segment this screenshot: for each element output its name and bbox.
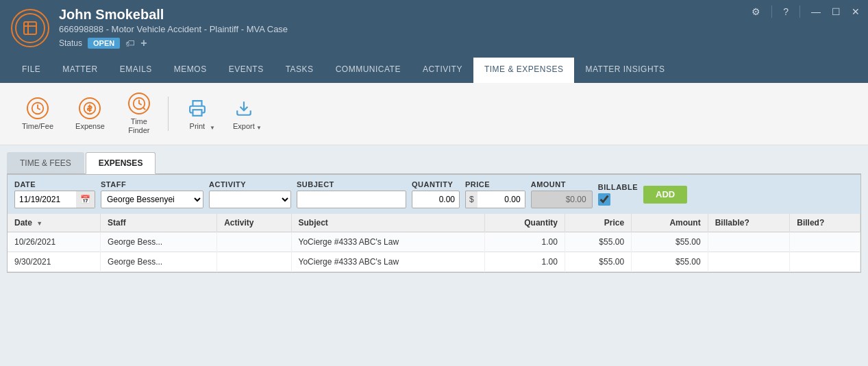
activity-select[interactable] [209,191,291,208]
cell-quantity-1: 1.00 [484,232,565,252]
table-header-row: Date ▼ Staff Activity Subject Quantity P… [8,214,860,232]
divider2 [799,5,800,18]
print-icon [186,97,208,119]
tab-events[interactable]: EVENTS [218,58,275,83]
tab-emails[interactable]: EMAILS [109,58,163,83]
logo-circle [11,9,49,47]
date-label: DATE [14,180,95,188]
tab-memos[interactable]: MEMOS [163,58,218,83]
subtab-time-fees[interactable]: TIME & FEES [7,152,84,173]
status-badge: OPEN [88,38,120,49]
cell-staff-2: George Bess... [101,252,217,272]
cell-staff-1: George Bess... [101,232,217,252]
svg-rect-0 [24,22,36,34]
toolbar: Time/Fee Expense TimeFinder [0,83,868,145]
table-body: 10/26/2021 George Bess... YoCierge #4333… [8,232,860,272]
export-button[interactable]: Export ▼ [223,93,264,135]
billable-checkbox[interactable] [598,193,610,206]
export-arrow-icon: ▼ [256,125,262,131]
activity-group: ACTIVITY [209,180,291,208]
table-row[interactable]: 10/26/2021 George Bess... YoCierge #4333… [8,232,860,252]
col-header-billable: Billable? [708,214,790,232]
client-name: John Smokeball [59,7,288,23]
cell-billable-1 [708,232,790,252]
logo-inner [15,13,45,43]
tab-communicate[interactable]: COMMUNICATE [325,58,412,83]
col-header-date: Date ▼ [8,214,101,232]
matter-subtitle: 666998888 - Motor Vehicle Accident - Pla… [59,24,288,34]
tab-matter-insights[interactable]: MATTER INSIGHTS [574,58,675,83]
tab-time-expenses[interactable]: TIME & EXPENSES [473,58,575,83]
time-finder-button[interactable]: TimeFinder [119,88,160,139]
date-group: DATE 📅 [14,180,95,208]
content-wrapper: TIME & FEES EXPENSES DATE 📅 STAFF George… [0,145,868,366]
col-header-staff: Staff [101,214,217,232]
dollar-icon [79,97,101,119]
table-container: DATE 📅 STAFF George Bessenyei ACTIVITY [7,174,861,273]
quantity-group: QUANTITY [412,180,460,208]
calendar-button[interactable]: 📅 [76,191,95,208]
subject-label: SUBJECT [297,180,406,188]
amount-label: AMOUNT [531,180,593,188]
subject-input[interactable] [297,191,406,208]
staff-label: STAFF [101,180,203,188]
subtab-expenses[interactable]: EXPENSES [86,152,156,174]
price-group: PRICE $ [465,180,525,208]
cell-activity-2 [217,252,291,272]
cell-amount-1: $55.00 [632,232,708,252]
date-sort-icon[interactable]: ▼ [36,220,42,227]
time-fee-button[interactable]: Time/Fee [14,93,62,135]
time-finder-icon [128,93,150,114]
header-top: John Smokeball 666998888 - Motor Vehicle… [11,7,857,55]
date-input[interactable] [14,191,76,208]
nav-tabs: FILE MATTER EMAILS MEMOS EVENTS TASKS CO… [11,58,857,83]
add-tag-icon[interactable]: + [140,37,147,49]
expense-button[interactable]: Expense [67,93,113,135]
col-header-activity: Activity [217,214,291,232]
time-fee-label: Time/Fee [22,122,53,131]
close-icon[interactable]: ✕ [852,6,860,17]
billable-group: BILLABLE [598,183,638,206]
settings-icon[interactable]: ⚙ [752,6,760,17]
tab-matter[interactable]: MATTER [51,58,108,83]
svg-rect-8 [193,110,201,116]
staff-select[interactable]: George Bessenyei [101,191,203,208]
status-label: Status [59,38,82,48]
cell-billed-2 [790,252,860,272]
staff-group: STAFF George Bessenyei [101,180,203,208]
expense-label: Expense [75,122,105,131]
cell-activity-1 [217,232,291,252]
col-header-price: Price [565,214,631,232]
svg-line-7 [142,108,145,110]
quantity-label: QUANTITY [412,180,460,188]
price-input[interactable] [478,191,525,208]
col-header-billed: Billed? [790,214,860,232]
cell-amount-2: $55.00 [632,252,708,272]
tab-activity[interactable]: ACTIVITY [412,58,473,83]
cell-billed-1 [790,232,860,252]
clock-icon [27,97,49,119]
tag-icon[interactable]: 🏷 [125,38,135,49]
export-label: Export [233,122,255,131]
price-wrapper: $ [465,191,525,208]
cell-quantity-2: 1.00 [484,252,565,272]
print-arrow-icon: ▼ [210,125,215,131]
maximize-icon[interactable]: ☐ [832,6,841,17]
header: ⚙ ? — ☐ ✕ John Smokeball 666998888 - Mot… [0,0,868,83]
minimize-icon[interactable]: — [811,6,821,17]
print-button[interactable]: Print ▼ [177,93,218,135]
export-icon [233,97,255,119]
tab-file[interactable]: FILE [11,58,51,83]
table-row[interactable]: 9/30/2021 George Bess... YoCierge #4333 … [8,252,860,272]
print-label: Print [190,122,206,131]
date-wrapper: 📅 [14,191,95,208]
help-icon[interactable]: ? [783,6,789,17]
content: TIME & FEES EXPENSES DATE 📅 STAFF George… [0,145,868,366]
quantity-input[interactable] [412,191,460,208]
input-row: DATE 📅 STAFF George Bessenyei ACTIVITY [8,175,860,214]
cell-date-2: 9/30/2021 [8,252,101,272]
col-header-quantity: Quantity [484,214,565,232]
tab-tasks[interactable]: TASKS [275,58,325,83]
add-button[interactable]: ADD [643,186,687,204]
subject-group: SUBJECT [297,180,406,208]
